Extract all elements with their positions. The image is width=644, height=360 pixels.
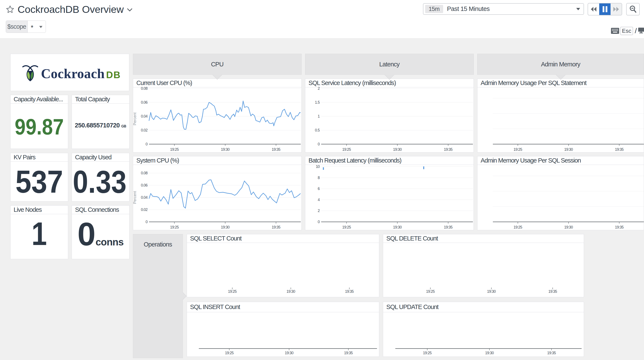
svg-text:1.5: 1.5 <box>315 100 320 104</box>
svg-text:19:35: 19:35 <box>615 147 624 152</box>
svg-text:1: 1 <box>318 114 320 118</box>
svg-text:19:35: 19:35 <box>444 147 452 152</box>
svg-text:0: 0 <box>318 142 320 146</box>
svg-text:19:25: 19:25 <box>342 147 351 152</box>
svg-text:19:30: 19:30 <box>564 147 573 152</box>
svg-text:0.06: 0.06 <box>141 100 148 104</box>
svg-text:19:25: 19:25 <box>514 225 522 229</box>
svg-text:19:25: 19:25 <box>342 225 351 229</box>
svg-text:19:25: 19:25 <box>423 351 432 355</box>
svg-text:2: 2 <box>318 209 320 213</box>
svg-text:19:35: 19:35 <box>615 225 624 229</box>
svg-text:0.06: 0.06 <box>141 183 148 187</box>
svg-text:19:35: 19:35 <box>345 289 354 293</box>
svg-text:4: 4 <box>318 198 320 202</box>
svg-text:Cockroach: Cockroach <box>41 66 104 81</box>
svg-text:19:35: 19:35 <box>444 225 452 229</box>
svg-text:8: 8 <box>318 176 320 180</box>
svg-text:6: 6 <box>318 187 320 191</box>
svg-text:19:30: 19:30 <box>285 351 294 355</box>
svg-text:0.08: 0.08 <box>141 171 148 175</box>
svg-text:0.02: 0.02 <box>141 208 148 212</box>
svg-text:0.04: 0.04 <box>141 114 148 118</box>
svg-text:0.04: 0.04 <box>141 195 148 200</box>
svg-text:DB: DB <box>106 70 121 80</box>
svg-text:19:30: 19:30 <box>286 289 295 293</box>
svg-text:19:25: 19:25 <box>228 289 236 293</box>
svg-text:19:25: 19:25 <box>225 351 234 355</box>
svg-text:19:30: 19:30 <box>393 147 402 152</box>
svg-text:19:25: 19:25 <box>170 147 179 152</box>
svg-text:Percent: Percent <box>133 112 137 125</box>
svg-text:19:30: 19:30 <box>564 225 573 229</box>
svg-text:19:30: 19:30 <box>393 225 402 229</box>
svg-text:Percent: Percent <box>133 191 137 204</box>
svg-text:10: 10 <box>316 164 320 169</box>
svg-text:0: 0 <box>146 142 148 146</box>
svg-text:19:30: 19:30 <box>221 147 230 152</box>
svg-text:19:35: 19:35 <box>548 289 557 293</box>
svg-text:0.02: 0.02 <box>141 128 148 132</box>
svg-text:19:30: 19:30 <box>487 289 496 293</box>
svg-text:19:25: 19:25 <box>170 225 179 229</box>
svg-text:0.5: 0.5 <box>315 128 320 132</box>
svg-text:19:35: 19:35 <box>272 225 280 229</box>
svg-text:19:25: 19:25 <box>514 147 522 152</box>
svg-text:19:30: 19:30 <box>221 225 230 229</box>
svg-text:19:25: 19:25 <box>426 289 435 293</box>
svg-text:19:30: 19:30 <box>485 351 494 355</box>
svg-text:19:35: 19:35 <box>547 351 556 355</box>
svg-text:0: 0 <box>146 220 148 224</box>
svg-text:19:35: 19:35 <box>272 147 280 152</box>
svg-text:2: 2 <box>318 86 320 91</box>
svg-text:0.08: 0.08 <box>141 86 148 91</box>
svg-text:0: 0 <box>318 220 320 224</box>
svg-text:19:35: 19:35 <box>344 351 353 355</box>
